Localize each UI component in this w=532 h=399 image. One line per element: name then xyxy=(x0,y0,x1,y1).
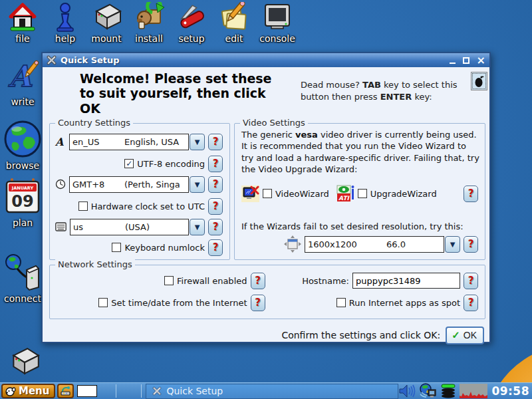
keyboard-desc: (USA) xyxy=(125,222,150,232)
firewall-checkbox[interactable] xyxy=(164,276,174,285)
group-legend: Network Settings xyxy=(55,259,135,269)
help-button[interactable]: ? xyxy=(251,273,265,289)
video-text: The generic xyxy=(241,130,295,140)
desktop-icon-label: connect xyxy=(4,293,41,304)
pencil-paper-icon xyxy=(219,2,249,33)
house-icon xyxy=(8,2,37,33)
enter-key-text: ENTER xyxy=(380,92,412,102)
puppy-menu-icon xyxy=(5,385,17,397)
timezone-desc: (Perth, Singa xyxy=(124,180,180,190)
resolution-combobox[interactable]: 1600x120066.0 ▼ xyxy=(305,236,460,253)
volume-icon[interactable] xyxy=(398,384,416,398)
dead-mouse-button[interactable] xyxy=(471,72,487,90)
upgradewizard-checkbox[interactable] xyxy=(358,189,367,198)
show-desktop-button[interactable] xyxy=(57,384,74,398)
resolution-size: 1600x1200 xyxy=(308,239,386,249)
timezone-code: GMT+8 xyxy=(72,180,124,190)
confirm-row: Confirm the settings and click OK: ✓ OK xyxy=(281,326,484,344)
help-button[interactable]: ? xyxy=(464,273,478,289)
help-button[interactable]: ? xyxy=(464,186,478,202)
desktop-icon-setup[interactable]: setup xyxy=(170,2,213,44)
taskbar-separator xyxy=(116,384,116,398)
minimize-icon[interactable] xyxy=(450,63,456,64)
desktop-icon-mount[interactable]: mount xyxy=(85,2,128,44)
swiss-knife-icon xyxy=(176,2,207,33)
upgrade-wizard-icon: ATI xyxy=(336,185,354,202)
drive-box-icon xyxy=(7,346,41,378)
task-button-quick-setup[interactable]: Quick Setup xyxy=(146,384,398,399)
spot-label: Run Internet apps as spot xyxy=(349,298,460,308)
chevron-down-icon[interactable]: ▼ xyxy=(190,176,205,193)
help-button[interactable]: ? xyxy=(208,134,223,150)
hwclock-row: Hardware clock set to UTC ? xyxy=(55,198,223,215)
country-settings-group: Country Settings A en_USEnglish, USA ▼ ?… xyxy=(49,123,230,260)
numlock-checkbox[interactable] xyxy=(112,243,121,252)
keyboard-code: us xyxy=(73,222,125,232)
desktop-icon-install[interactable]: install xyxy=(128,2,170,44)
desktop-icon-label: plan xyxy=(13,217,33,228)
menu-button[interactable]: Menu xyxy=(1,384,55,398)
hostname-input[interactable] xyxy=(352,273,460,289)
check-icon: ✓ xyxy=(452,329,460,341)
help-button[interactable]: ? xyxy=(208,239,223,256)
chevron-down-icon[interactable]: ▼ xyxy=(190,134,205,150)
confirm-text: Confirm the settings and click OK: xyxy=(281,330,440,340)
memory-applet-icon[interactable] xyxy=(440,384,457,399)
keyboard-layout-combobox[interactable]: us(USA) ▼ xyxy=(70,219,205,235)
locale-letter-icon: A xyxy=(55,136,66,148)
calendar-icon: JANUARY 09 xyxy=(4,177,41,217)
network-row-2: Set time/date from the Internet ? Run In… xyxy=(55,294,478,311)
desktop-icon-console[interactable]: console xyxy=(255,2,299,44)
desktop-icon-drive[interactable] xyxy=(4,346,44,378)
numlock-row: Keyboard numlock ? xyxy=(55,239,223,256)
taskbar-separator xyxy=(141,384,142,398)
ok-button[interactable]: ✓ OK xyxy=(446,327,484,344)
connect-icon xyxy=(3,253,43,293)
tools-icon xyxy=(152,386,162,396)
monitor-icon xyxy=(262,2,293,33)
info-person-icon xyxy=(51,2,80,33)
locale-row: A en_USEnglish, USA ▼ ? xyxy=(55,133,223,150)
window-title: Quick Setup xyxy=(61,55,446,65)
desktop-icon-edit[interactable]: edit xyxy=(213,2,255,44)
upgradewizard-label: UpgradeWizard xyxy=(370,189,437,199)
desktop-icon-browse[interactable]: browse xyxy=(1,120,44,171)
welcome-heading: Welcome! Please set these to suit yourse… xyxy=(80,71,299,116)
videowizard-label: VideoWizard xyxy=(275,189,329,199)
help-button[interactable]: ? xyxy=(208,156,223,172)
locale-combobox[interactable]: en_USEnglish, USA ▼ xyxy=(69,134,205,150)
help-button[interactable]: ? xyxy=(208,219,223,235)
help-button[interactable]: ? xyxy=(208,198,223,215)
spot-checkbox[interactable] xyxy=(336,298,346,307)
desktop-pager[interactable] xyxy=(77,385,96,397)
network-tray-icon[interactable] xyxy=(418,383,437,399)
chevron-down-icon[interactable]: ▼ xyxy=(190,219,205,235)
timezone-combobox[interactable]: GMT+8(Perth, Singa ▼ xyxy=(69,176,205,193)
chevron-down-icon[interactable]: ▼ xyxy=(445,236,460,253)
help-button[interactable]: ? xyxy=(251,295,265,311)
utf8-checkbox[interactable]: ✓ xyxy=(124,159,134,168)
desktop-icon-help[interactable]: help xyxy=(44,2,86,44)
help-button[interactable]: ? xyxy=(208,176,223,193)
system-tray: 09:58 xyxy=(398,383,532,399)
tools-icon xyxy=(47,55,57,65)
help-button[interactable]: ? xyxy=(464,295,478,311)
quick-setup-window: Quick Setup × Welcome! Please set these … xyxy=(41,52,491,343)
cpu-graph[interactable] xyxy=(460,384,487,398)
taskbar-clock[interactable]: 09:58 xyxy=(491,384,529,398)
write-letter-icon: A xyxy=(5,59,41,96)
locale-value: en_USEnglish, USA xyxy=(69,134,189,150)
hwclock-checkbox[interactable] xyxy=(78,201,88,211)
desktop-icon-plan[interactable]: JANUARY 09 plan xyxy=(1,177,44,228)
maximize-icon[interactable] xyxy=(463,57,469,64)
utf8-label: UTF-8 encoding xyxy=(137,159,205,169)
videowizard-checkbox[interactable] xyxy=(263,189,272,198)
close-icon[interactable]: × xyxy=(477,55,485,66)
titlebar[interactable]: Quick Setup × xyxy=(43,53,489,67)
desktop-icon-file[interactable]: file xyxy=(1,2,44,44)
desktop-icon-connect[interactable]: connect xyxy=(1,253,44,304)
help-button[interactable]: ? xyxy=(464,236,478,253)
keyboard-layout-value: us(USA) xyxy=(70,219,189,235)
desktop-icon-write[interactable]: A write xyxy=(1,59,44,107)
timedate-checkbox[interactable] xyxy=(98,298,108,307)
